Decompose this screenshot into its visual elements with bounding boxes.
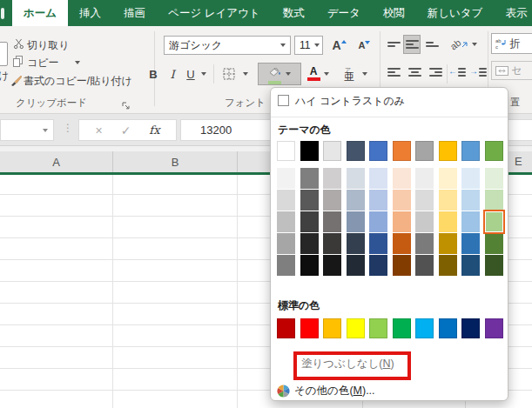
color-swatch[interactable] — [415, 233, 434, 254]
font-color-dropdown-arrow[interactable] — [324, 72, 329, 76]
color-swatch[interactable] — [393, 233, 411, 254]
color-swatch[interactable] — [439, 318, 457, 338]
color-swatch[interactable] — [461, 190, 480, 211]
decrease-indent-button[interactable]: ← — [450, 65, 468, 79]
italic-button[interactable]: I — [165, 64, 180, 84]
color-swatch[interactable] — [277, 190, 295, 211]
color-swatch[interactable] — [347, 168, 365, 189]
color-swatch[interactable] — [323, 190, 341, 211]
ribbon-tab[interactable]: ホーム — [12, 0, 68, 26]
color-swatch[interactable] — [300, 318, 319, 338]
file-tab-fragment[interactable] — [1, 8, 4, 19]
color-swatch[interactable] — [300, 255, 319, 276]
copy-button[interactable]: コピー — [27, 56, 59, 70]
paste-button-fragment[interactable] — [0, 42, 8, 66]
more-colors-menu-item[interactable]: その他の色(M)... — [271, 380, 508, 401]
color-swatch[interactable] — [369, 168, 387, 189]
ribbon-tab[interactable]: 表示 — [494, 0, 532, 26]
insert-function-icon[interactable]: fx — [149, 124, 159, 137]
ribbon-tab[interactable]: 新しいタブ — [416, 0, 495, 26]
font-name-combo[interactable]: 游ゴシック — [164, 36, 291, 55]
color-swatch[interactable] — [277, 211, 295, 232]
color-swatch[interactable] — [461, 211, 480, 232]
color-swatch[interactable] — [347, 141, 365, 161]
color-swatch[interactable] — [347, 255, 365, 276]
color-swatch[interactable] — [415, 190, 434, 211]
top-align-button[interactable] — [386, 37, 401, 51]
color-swatch[interactable] — [415, 141, 434, 161]
color-swatch[interactable] — [300, 211, 319, 232]
color-swatch[interactable] — [277, 233, 295, 254]
color-swatch[interactable] — [415, 318, 434, 338]
color-swatch[interactable] — [393, 211, 411, 232]
color-swatch[interactable] — [347, 233, 365, 254]
color-swatch[interactable] — [277, 168, 295, 189]
paste-label-fragment[interactable]: け — [0, 69, 9, 84]
ribbon-tab[interactable]: 挿入 — [68, 0, 112, 26]
color-swatch[interactable] — [323, 211, 341, 232]
name-box[interactable] — [0, 119, 54, 141]
orientation-button[interactable]: ab — [448, 35, 470, 54]
fill-color-button[interactable] — [258, 63, 301, 85]
color-swatch-selected[interactable] — [485, 211, 503, 232]
color-swatch[interactable] — [369, 190, 387, 211]
bottom-align-button[interactable] — [424, 37, 440, 51]
color-swatch[interactable] — [300, 141, 319, 161]
color-swatch[interactable] — [393, 318, 411, 338]
color-swatch[interactable] — [485, 233, 503, 254]
decrease-font-size-button[interactable]: A — [354, 36, 375, 55]
phonetic-guide-button[interactable]: ア亜 — [340, 63, 359, 85]
color-swatch[interactable] — [439, 141, 457, 161]
color-swatch[interactable] — [485, 318, 503, 338]
color-swatch[interactable] — [461, 318, 480, 338]
color-swatch[interactable] — [461, 255, 480, 276]
high-contrast-label[interactable]: ハイ コントラストのみ — [295, 94, 405, 109]
ribbon-tab[interactable]: 描画 — [112, 0, 157, 26]
color-swatch[interactable] — [439, 211, 457, 232]
phonetic-dropdown-arrow[interactable] — [362, 72, 367, 76]
column-header-a[interactable]: A — [0, 151, 113, 172]
align-center-button[interactable] — [407, 65, 422, 79]
color-swatch[interactable] — [347, 318, 365, 338]
color-swatch[interactable] — [323, 233, 341, 254]
color-swatch[interactable] — [277, 141, 295, 161]
name-box-dropdown-arrow[interactable] — [43, 129, 48, 132]
color-swatch[interactable] — [347, 190, 365, 211]
column-header-b[interactable]: B — [113, 151, 238, 172]
color-swatch[interactable] — [393, 141, 411, 161]
color-swatch[interactable] — [439, 190, 457, 211]
ribbon-tab[interactable]: データ — [316, 0, 372, 26]
color-swatch[interactable] — [415, 255, 434, 276]
bold-button[interactable]: B — [145, 64, 162, 84]
format-painter-button[interactable]: 書式のコピー/貼り付け — [24, 74, 132, 89]
color-swatch[interactable] — [323, 255, 341, 276]
copy-dropdown-arrow[interactable] — [75, 61, 80, 64]
color-swatch[interactable] — [300, 168, 319, 189]
color-swatch[interactable] — [369, 141, 387, 161]
color-swatch[interactable] — [369, 211, 387, 232]
clipboard-dialog-launcher-icon[interactable] — [122, 97, 130, 113]
color-swatch[interactable] — [393, 255, 411, 276]
borders-dropdown-arrow[interactable] — [243, 72, 248, 76]
merge-center-button[interactable]: セ — [491, 61, 532, 80]
font-size-dropdown-arrow[interactable] — [314, 43, 320, 47]
orientation-dropdown-arrow[interactable] — [472, 43, 477, 46]
increase-indent-button[interactable]: → — [471, 65, 488, 79]
color-swatch[interactable] — [369, 318, 387, 338]
color-swatch[interactable] — [461, 141, 480, 161]
underline-button[interactable]: U — [183, 64, 199, 84]
color-swatch[interactable] — [369, 255, 387, 276]
enter-icon[interactable]: ✓ — [121, 124, 131, 137]
color-swatch[interactable] — [485, 141, 503, 161]
color-swatch[interactable] — [461, 233, 480, 254]
color-swatch[interactable] — [439, 168, 457, 189]
ribbon-tab[interactable]: ページ レイアウト — [157, 0, 272, 26]
underline-dropdown-arrow[interactable] — [201, 72, 206, 76]
align-right-button[interactable] — [428, 65, 443, 79]
color-swatch[interactable] — [369, 233, 387, 254]
middle-align-button[interactable] — [403, 35, 421, 54]
fill-color-dropdown-arrow[interactable] — [286, 72, 291, 76]
font-color-button[interactable]: A — [305, 64, 322, 84]
color-swatch[interactable] — [415, 211, 434, 232]
font-size-combo[interactable]: 11 — [294, 36, 323, 55]
